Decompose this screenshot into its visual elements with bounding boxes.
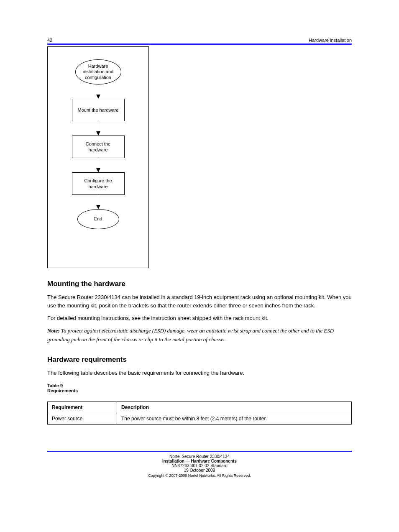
paragraph: For detailed mounting instructions, see … [47,314,352,322]
flowchart-step: Configure the hardware [72,172,125,195]
flowchart-arrow [98,121,99,136]
flowchart-figure: Hardware installation and configuration … [47,46,149,268]
table-caption: Table 9 Requirements [47,383,352,393]
flowchart-end-label: End [94,216,102,222]
page-number: 42 [47,38,52,43]
page: 42 Hardware installation Hardware instal… [0,0,399,532]
flowchart-step-label: Mount the hardware [78,107,119,113]
table-caption-title: Requirements [47,388,352,393]
table-cell: Power source [48,413,117,424]
flowchart-arrow [98,158,99,172]
flowchart-start-terminator: Hardware installation and configuration [75,59,121,84]
table-header-row: Requirement Description [48,402,352,413]
section-title: Hardware requirements [47,356,352,364]
table-header-cell: Requirement [48,402,117,413]
paragraph: The following table describes the basic … [47,369,352,377]
note-label: Note: [47,327,60,334]
page-footer: Nortel Secure Router 2330/4134 Installat… [47,451,352,478]
section-requirements: Hardware requirements The following tabl… [47,356,352,425]
note-text: To protect against electrostatic dischar… [47,327,334,342]
flowchart-step: Connect the hardware [72,136,125,158]
flowchart-step-label: Configure the hardware [77,178,120,190]
header-rule [47,43,352,45]
section-title: Mounting the hardware [47,280,352,288]
page-header: 42 Hardware installation [47,38,352,43]
page-header-title: Hardware installation [309,38,352,43]
flowchart-start-label: Hardware installation and configuration [80,64,117,80]
table-cell: The power source must be within 8 feet (… [117,413,352,424]
footer-doc-meta: NN47263-301 02.02 Standard [171,463,227,468]
note-paragraph: Note: To protect against electrostatic d… [47,327,352,343]
footer-doc-title: Installation — Hardware Components [162,459,237,463]
footer-date: 19 October 2009 [184,468,215,473]
requirements-table: Requirement Description Power source The… [47,402,352,425]
flowchart-arrow [98,195,99,209]
table-header-cell: Description [117,402,352,413]
section-mounting: Mounting the hardware The Secure Router … [47,280,352,344]
table-row: Power source The power source must be wi… [48,413,352,424]
flowchart-step-label: Connect the hardware [77,141,120,153]
footer-copyright: Copyright © 2007-2009 Nortel Networks. A… [148,473,251,478]
table-caption-number: Table 9 [47,383,352,388]
footer-product: Nortel Secure Router 2330/4134 [169,454,230,459]
flowchart-end-terminator: End [77,209,119,229]
flowchart-arrow [98,84,99,99]
footer-rule [47,451,352,452]
paragraph: The Secure Router 2330/4134 can be insta… [47,293,352,310]
flowchart-step: Mount the hardware [72,99,125,121]
